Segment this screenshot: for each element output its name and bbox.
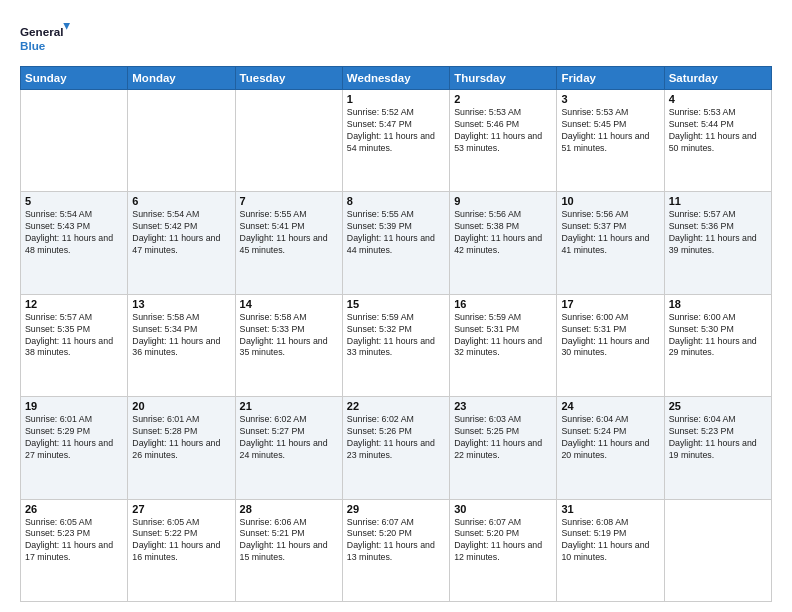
cell-info: Sunrise: 5:59 AM Sunset: 5:31 PM Dayligh… (454, 312, 552, 360)
day-number: 24 (561, 400, 659, 412)
calendar-cell (128, 90, 235, 192)
cell-info: Sunrise: 5:57 AM Sunset: 5:36 PM Dayligh… (669, 209, 767, 257)
cell-info: Sunrise: 6:08 AM Sunset: 5:19 PM Dayligh… (561, 517, 659, 565)
calendar-cell: 14Sunrise: 5:58 AM Sunset: 5:33 PM Dayli… (235, 294, 342, 396)
day-number: 27 (132, 503, 230, 515)
day-number: 15 (347, 298, 445, 310)
calendar-cell: 20Sunrise: 6:01 AM Sunset: 5:28 PM Dayli… (128, 397, 235, 499)
calendar-cell: 12Sunrise: 5:57 AM Sunset: 5:35 PM Dayli… (21, 294, 128, 396)
cell-info: Sunrise: 6:00 AM Sunset: 5:31 PM Dayligh… (561, 312, 659, 360)
calendar-cell: 23Sunrise: 6:03 AM Sunset: 5:25 PM Dayli… (450, 397, 557, 499)
cell-info: Sunrise: 6:02 AM Sunset: 5:27 PM Dayligh… (240, 414, 338, 462)
svg-text:General: General (20, 25, 63, 38)
cell-info: Sunrise: 6:02 AM Sunset: 5:26 PM Dayligh… (347, 414, 445, 462)
day-number: 28 (240, 503, 338, 515)
cell-info: Sunrise: 6:04 AM Sunset: 5:23 PM Dayligh… (669, 414, 767, 462)
calendar-cell: 28Sunrise: 6:06 AM Sunset: 5:21 PM Dayli… (235, 499, 342, 601)
svg-marker-2 (63, 23, 70, 30)
day-header-friday: Friday (557, 67, 664, 90)
calendar-cell: 24Sunrise: 6:04 AM Sunset: 5:24 PM Dayli… (557, 397, 664, 499)
day-number: 16 (454, 298, 552, 310)
logo: General Blue (20, 18, 70, 58)
calendar-cell: 25Sunrise: 6:04 AM Sunset: 5:23 PM Dayli… (664, 397, 771, 499)
calendar-cell: 9Sunrise: 5:56 AM Sunset: 5:38 PM Daylig… (450, 192, 557, 294)
calendar-cell: 31Sunrise: 6:08 AM Sunset: 5:19 PM Dayli… (557, 499, 664, 601)
cell-info: Sunrise: 6:01 AM Sunset: 5:28 PM Dayligh… (132, 414, 230, 462)
day-header-tuesday: Tuesday (235, 67, 342, 90)
calendar-cell: 13Sunrise: 5:58 AM Sunset: 5:34 PM Dayli… (128, 294, 235, 396)
calendar-cell: 8Sunrise: 5:55 AM Sunset: 5:39 PM Daylig… (342, 192, 449, 294)
day-number: 8 (347, 195, 445, 207)
cell-info: Sunrise: 5:53 AM Sunset: 5:44 PM Dayligh… (669, 107, 767, 155)
logo-svg: General Blue (20, 18, 70, 58)
cell-info: Sunrise: 5:54 AM Sunset: 5:42 PM Dayligh… (132, 209, 230, 257)
day-number: 31 (561, 503, 659, 515)
cell-info: Sunrise: 6:07 AM Sunset: 5:20 PM Dayligh… (454, 517, 552, 565)
day-header-saturday: Saturday (664, 67, 771, 90)
week-row-4: 26Sunrise: 6:05 AM Sunset: 5:23 PM Dayli… (21, 499, 772, 601)
day-number: 2 (454, 93, 552, 105)
cell-info: Sunrise: 6:00 AM Sunset: 5:30 PM Dayligh… (669, 312, 767, 360)
day-number: 30 (454, 503, 552, 515)
calendar-cell (235, 90, 342, 192)
header: General Blue (20, 18, 772, 58)
day-number: 17 (561, 298, 659, 310)
cell-info: Sunrise: 6:07 AM Sunset: 5:20 PM Dayligh… (347, 517, 445, 565)
calendar-cell (664, 499, 771, 601)
day-number: 21 (240, 400, 338, 412)
calendar-table: SundayMondayTuesdayWednesdayThursdayFrid… (20, 66, 772, 602)
day-header-sunday: Sunday (21, 67, 128, 90)
day-number: 26 (25, 503, 123, 515)
cell-info: Sunrise: 6:01 AM Sunset: 5:29 PM Dayligh… (25, 414, 123, 462)
calendar-cell: 21Sunrise: 6:02 AM Sunset: 5:27 PM Dayli… (235, 397, 342, 499)
calendar-cell: 15Sunrise: 5:59 AM Sunset: 5:32 PM Dayli… (342, 294, 449, 396)
day-number: 7 (240, 195, 338, 207)
calendar-cell (21, 90, 128, 192)
cell-info: Sunrise: 5:55 AM Sunset: 5:41 PM Dayligh… (240, 209, 338, 257)
calendar-cell: 26Sunrise: 6:05 AM Sunset: 5:23 PM Dayli… (21, 499, 128, 601)
svg-text:Blue: Blue (20, 39, 46, 52)
cell-info: Sunrise: 5:58 AM Sunset: 5:34 PM Dayligh… (132, 312, 230, 360)
cell-info: Sunrise: 5:52 AM Sunset: 5:47 PM Dayligh… (347, 107, 445, 155)
day-number: 20 (132, 400, 230, 412)
cell-info: Sunrise: 5:53 AM Sunset: 5:45 PM Dayligh… (561, 107, 659, 155)
week-row-3: 19Sunrise: 6:01 AM Sunset: 5:29 PM Dayli… (21, 397, 772, 499)
cell-info: Sunrise: 5:55 AM Sunset: 5:39 PM Dayligh… (347, 209, 445, 257)
cell-info: Sunrise: 5:59 AM Sunset: 5:32 PM Dayligh… (347, 312, 445, 360)
page: General Blue SundayMondayTuesdayWednesda… (0, 0, 792, 612)
day-header-monday: Monday (128, 67, 235, 90)
day-header-thursday: Thursday (450, 67, 557, 90)
calendar-cell: 19Sunrise: 6:01 AM Sunset: 5:29 PM Dayli… (21, 397, 128, 499)
cell-info: Sunrise: 6:03 AM Sunset: 5:25 PM Dayligh… (454, 414, 552, 462)
calendar-cell: 16Sunrise: 5:59 AM Sunset: 5:31 PM Dayli… (450, 294, 557, 396)
day-number: 22 (347, 400, 445, 412)
calendar-cell: 5Sunrise: 5:54 AM Sunset: 5:43 PM Daylig… (21, 192, 128, 294)
day-number: 11 (669, 195, 767, 207)
calendar-cell: 30Sunrise: 6:07 AM Sunset: 5:20 PM Dayli… (450, 499, 557, 601)
cell-info: Sunrise: 5:54 AM Sunset: 5:43 PM Dayligh… (25, 209, 123, 257)
day-number: 29 (347, 503, 445, 515)
cell-info: Sunrise: 6:06 AM Sunset: 5:21 PM Dayligh… (240, 517, 338, 565)
day-number: 5 (25, 195, 123, 207)
day-number: 25 (669, 400, 767, 412)
day-header-wednesday: Wednesday (342, 67, 449, 90)
calendar-cell: 6Sunrise: 5:54 AM Sunset: 5:42 PM Daylig… (128, 192, 235, 294)
day-number: 10 (561, 195, 659, 207)
calendar-cell: 2Sunrise: 5:53 AM Sunset: 5:46 PM Daylig… (450, 90, 557, 192)
day-number: 6 (132, 195, 230, 207)
calendar-cell: 4Sunrise: 5:53 AM Sunset: 5:44 PM Daylig… (664, 90, 771, 192)
day-number: 4 (669, 93, 767, 105)
calendar-cell: 11Sunrise: 5:57 AM Sunset: 5:36 PM Dayli… (664, 192, 771, 294)
cell-info: Sunrise: 6:05 AM Sunset: 5:23 PM Dayligh… (25, 517, 123, 565)
week-row-0: 1Sunrise: 5:52 AM Sunset: 5:47 PM Daylig… (21, 90, 772, 192)
day-number: 23 (454, 400, 552, 412)
week-row-2: 12Sunrise: 5:57 AM Sunset: 5:35 PM Dayli… (21, 294, 772, 396)
calendar-cell: 10Sunrise: 5:56 AM Sunset: 5:37 PM Dayli… (557, 192, 664, 294)
calendar-header-row: SundayMondayTuesdayWednesdayThursdayFrid… (21, 67, 772, 90)
calendar-cell: 3Sunrise: 5:53 AM Sunset: 5:45 PM Daylig… (557, 90, 664, 192)
cell-info: Sunrise: 6:05 AM Sunset: 5:22 PM Dayligh… (132, 517, 230, 565)
day-number: 18 (669, 298, 767, 310)
day-number: 1 (347, 93, 445, 105)
calendar-cell: 27Sunrise: 6:05 AM Sunset: 5:22 PM Dayli… (128, 499, 235, 601)
cell-info: Sunrise: 5:56 AM Sunset: 5:38 PM Dayligh… (454, 209, 552, 257)
